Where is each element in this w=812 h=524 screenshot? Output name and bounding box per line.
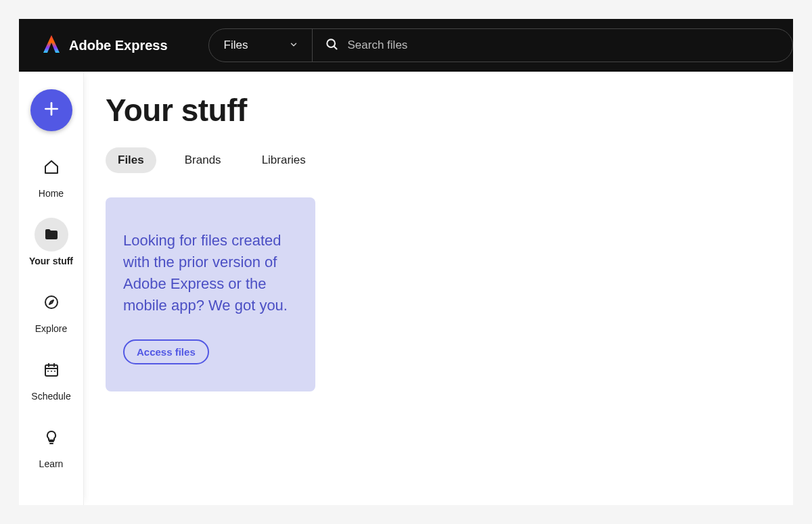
compass-icon [35, 285, 68, 319]
svg-marker-5 [49, 300, 53, 304]
svg-line-1 [334, 47, 336, 49]
access-files-button[interactable]: Access files [123, 339, 209, 364]
sidebar-item-label: Home [39, 188, 64, 199]
sidebar-item-your-stuff[interactable]: Your stuff [19, 218, 83, 266]
search-field [313, 37, 792, 53]
sidebar: Home Your stuff Explore Schedule [19, 72, 84, 505]
folder-icon [35, 218, 68, 252]
sidebar-item-label: Schedule [31, 391, 70, 402]
search-icon [325, 37, 338, 53]
brand[interactable]: Adobe Express [42, 34, 168, 57]
page-title: Your stuff [106, 92, 777, 128]
search-bar: Files [208, 28, 793, 62]
content-tabs: Files Brands Libraries [106, 147, 777, 173]
sidebar-item-label: Learn [39, 458, 64, 469]
create-new-button[interactable] [30, 89, 72, 131]
app-window: Adobe Express Files [19, 19, 793, 505]
lightbulb-icon [35, 421, 68, 454]
sidebar-item-home[interactable]: Home [19, 150, 83, 199]
brand-name: Adobe Express [69, 38, 168, 53]
tab-brands[interactable]: Brands [173, 147, 233, 173]
sidebar-item-explore[interactable]: Explore [19, 285, 83, 334]
home-icon [35, 150, 68, 184]
body: Home Your stuff Explore Schedule [19, 72, 793, 505]
plus-icon [43, 100, 60, 120]
legacy-files-card: Looking for files created with the prior… [106, 197, 315, 391]
main-content: Your stuff Files Brands Libraries Lookin… [89, 72, 793, 505]
sidebar-item-learn[interactable]: Learn [19, 421, 83, 469]
legacy-files-text: Looking for files created with the prior… [123, 230, 298, 316]
svg-point-4 [45, 296, 58, 308]
search-scope-label: Files [224, 39, 248, 52]
adobe-express-logo-icon [42, 34, 61, 57]
calendar-icon [35, 353, 68, 387]
sidebar-item-label: Your stuff [29, 256, 73, 266]
sidebar-item-label: Explore [35, 323, 67, 334]
search-input[interactable] [348, 39, 792, 52]
tab-libraries[interactable]: Libraries [250, 147, 318, 173]
sidebar-item-schedule[interactable]: Schedule [19, 353, 83, 402]
chevron-down-icon [289, 40, 298, 51]
search-scope-dropdown[interactable]: Files [209, 29, 313, 62]
tab-files[interactable]: Files [106, 147, 156, 173]
header-bar: Adobe Express Files [19, 19, 793, 72]
